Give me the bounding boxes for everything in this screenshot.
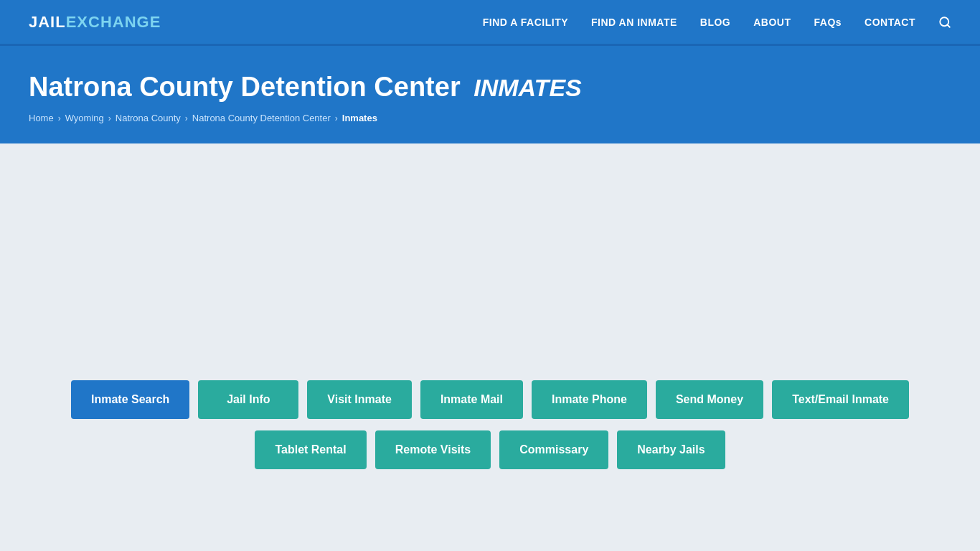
svg-line-1: [947, 24, 949, 27]
nav-find-facility[interactable]: FIND A FACILITY: [483, 17, 568, 28]
buttons-section: Inmate SearchJail InfoVisit InmateInmate…: [29, 380, 951, 469]
breadcrumb-detention-center[interactable]: Natrona County Detention Center: [192, 113, 331, 123]
chevron-icon-1: ›: [58, 113, 61, 123]
button-tablet-rental[interactable]: Tablet Rental: [255, 430, 366, 469]
site-header: JAIL EXCHANGE FIND A FACILITY FIND AN IN…: [0, 0, 980, 46]
button-visit-inmate[interactable]: Visit Inmate: [307, 380, 412, 419]
site-logo[interactable]: JAIL EXCHANGE: [29, 13, 161, 32]
chevron-icon-4: ›: [335, 113, 338, 123]
nav-find-inmate[interactable]: FIND AN INMATE: [591, 17, 677, 28]
search-icon-button[interactable]: [938, 16, 951, 29]
breadcrumb-natrona-county[interactable]: Natrona County: [116, 113, 181, 123]
button-inmate-phone[interactable]: Inmate Phone: [532, 380, 647, 419]
button-inmate-search[interactable]: Inmate Search: [71, 380, 189, 419]
breadcrumb-wyoming[interactable]: Wyoming: [65, 113, 104, 123]
button-nearby-jails[interactable]: Nearby Jails: [617, 430, 725, 469]
main-content: Inmate SearchJail InfoVisit InmateInmate…: [0, 143, 980, 512]
nav-about[interactable]: ABOUT: [753, 17, 791, 28]
buttons-row-2: Tablet RentalRemote VisitsCommissaryNear…: [255, 430, 725, 469]
button-jail-info[interactable]: Jail Info: [198, 380, 298, 419]
button-commissary[interactable]: Commissary: [499, 430, 608, 469]
title-main: Natrona County Detention Center: [29, 72, 461, 102]
breadcrumb-current: Inmates: [342, 113, 377, 123]
button-remote-visits[interactable]: Remote Visits: [375, 430, 491, 469]
breadcrumb: Home › Wyoming › Natrona County › Natron…: [29, 113, 951, 123]
nav-contact[interactable]: CONTACT: [864, 17, 915, 28]
main-nav: FIND A FACILITY FIND AN INMATE BLOG ABOU…: [483, 16, 951, 29]
nav-blog[interactable]: BLOG: [700, 17, 730, 28]
logo-jail-text: JAIL: [29, 13, 66, 32]
hero-section: Natrona County Detention Center INMATES …: [0, 46, 980, 143]
page-title: Natrona County Detention Center INMATES: [29, 72, 951, 103]
buttons-row-1: Inmate SearchJail InfoVisit InmateInmate…: [71, 380, 909, 419]
button-send-money[interactable]: Send Money: [656, 380, 763, 419]
chevron-icon-3: ›: [185, 113, 188, 123]
breadcrumb-home[interactable]: Home: [29, 113, 54, 123]
nav-faqs[interactable]: FAQs: [814, 17, 842, 28]
logo-exchange-text: EXCHANGE: [66, 13, 161, 32]
button-text-email-inmate[interactable]: Text/Email Inmate: [772, 380, 909, 419]
button-inmate-mail[interactable]: Inmate Mail: [420, 380, 523, 419]
ad-area: [29, 172, 951, 352]
title-inmates: INMATES: [473, 74, 581, 101]
chevron-icon-2: ›: [108, 113, 111, 123]
